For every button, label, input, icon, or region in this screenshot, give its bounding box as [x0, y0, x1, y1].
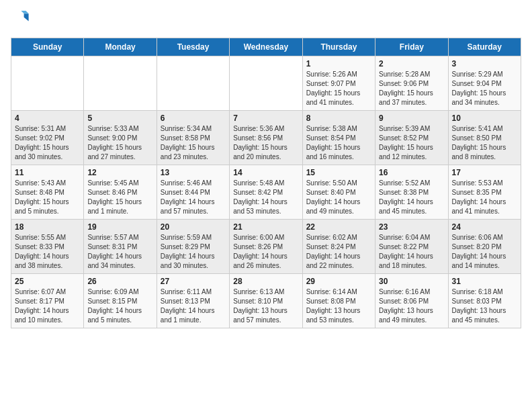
day-info: Sunrise: 5:31 AM Sunset: 9:02 PM Dayligh… [15, 124, 80, 162]
day-number: 14 [233, 168, 298, 177]
calendar-cell: 17Sunrise: 5:53 AM Sunset: 8:35 PM Dayli… [448, 165, 521, 220]
calendar-cell: 24Sunrise: 6:06 AM Sunset: 8:20 PM Dayli… [448, 220, 521, 274]
day-info: Sunrise: 5:53 AM Sunset: 8:35 PM Dayligh… [452, 179, 517, 216]
calendar-cell: 11Sunrise: 5:43 AM Sunset: 8:48 PM Dayli… [11, 165, 84, 220]
day-info: Sunrise: 5:43 AM Sunset: 8:48 PM Dayligh… [15, 179, 80, 216]
day-info: Sunrise: 5:45 AM Sunset: 8:46 PM Dayligh… [87, 179, 152, 216]
day-number: 11 [15, 168, 80, 177]
day-header-tuesday: Tuesday [157, 38, 229, 56]
calendar-cell: 13Sunrise: 5:46 AM Sunset: 8:44 PM Dayli… [157, 165, 229, 220]
day-info: Sunrise: 5:55 AM Sunset: 8:33 PM Dayligh… [15, 233, 80, 271]
calendar-cell: 5Sunrise: 5:33 AM Sunset: 9:00 PM Daylig… [84, 111, 157, 165]
day-info: Sunrise: 6:09 AM Sunset: 8:15 PM Dayligh… [87, 287, 152, 325]
day-info: Sunrise: 6:00 AM Sunset: 8:26 PM Dayligh… [233, 233, 298, 271]
day-info: Sunrise: 6:16 AM Sunset: 8:06 PM Dayligh… [379, 287, 444, 325]
svg-marker-1 [21, 11, 28, 13]
day-number: 17 [452, 168, 517, 177]
day-info: Sunrise: 5:46 AM Sunset: 8:44 PM Dayligh… [161, 179, 226, 216]
day-number: 18 [15, 222, 80, 232]
day-info: Sunrise: 6:13 AM Sunset: 8:10 PM Dayligh… [233, 287, 298, 325]
calendar-cell: 21Sunrise: 6:00 AM Sunset: 8:26 PM Dayli… [230, 220, 302, 274]
day-info: Sunrise: 5:52 AM Sunset: 8:38 PM Dayligh… [379, 179, 444, 216]
calendar-week-3: 11Sunrise: 5:43 AM Sunset: 8:48 PM Dayli… [11, 165, 521, 220]
calendar-week-1: 1Sunrise: 5:26 AM Sunset: 9:07 PM Daylig… [11, 56, 521, 111]
calendar-cell [84, 56, 157, 111]
day-number: 22 [306, 222, 371, 232]
day-info: Sunrise: 6:11 AM Sunset: 8:13 PM Dayligh… [161, 287, 226, 325]
day-number: 2 [379, 59, 444, 68]
calendar-week-4: 18Sunrise: 5:55 AM Sunset: 8:33 PM Dayli… [11, 220, 521, 274]
day-info: Sunrise: 6:14 AM Sunset: 8:08 PM Dayligh… [306, 287, 371, 325]
calendar-cell: 8Sunrise: 5:38 AM Sunset: 8:54 PM Daylig… [302, 111, 375, 165]
day-info: Sunrise: 6:04 AM Sunset: 8:22 PM Dayligh… [379, 233, 444, 271]
day-number: 8 [306, 113, 371, 123]
calendar-week-2: 4Sunrise: 5:31 AM Sunset: 9:02 PM Daylig… [11, 111, 521, 165]
day-number: 30 [379, 277, 444, 286]
calendar-cell: 15Sunrise: 5:50 AM Sunset: 8:40 PM Dayli… [302, 165, 375, 220]
logo [11, 11, 32, 30]
calendar-cell: 2Sunrise: 5:28 AM Sunset: 9:06 PM Daylig… [375, 56, 448, 111]
day-number: 13 [161, 168, 226, 177]
calendar-cell: 14Sunrise: 5:48 AM Sunset: 8:42 PM Dayli… [230, 165, 302, 220]
day-number: 20 [161, 222, 226, 232]
day-number: 27 [161, 277, 226, 286]
day-number: 19 [87, 222, 152, 232]
calendar-cell: 7Sunrise: 5:36 AM Sunset: 8:56 PM Daylig… [230, 111, 302, 165]
day-header-thursday: Thursday [302, 38, 375, 56]
calendar-cell: 9Sunrise: 5:39 AM Sunset: 8:52 PM Daylig… [375, 111, 448, 165]
day-number: 15 [306, 168, 371, 177]
day-header-monday: Monday [84, 38, 157, 56]
day-info: Sunrise: 5:48 AM Sunset: 8:42 PM Dayligh… [233, 179, 298, 216]
calendar-week-5: 25Sunrise: 6:07 AM Sunset: 8:17 PM Dayli… [11, 274, 521, 328]
calendar-cell: 23Sunrise: 6:04 AM Sunset: 8:22 PM Dayli… [375, 220, 448, 274]
calendar-cell: 10Sunrise: 5:41 AM Sunset: 8:50 PM Dayli… [448, 111, 521, 165]
calendar-cell: 20Sunrise: 5:59 AM Sunset: 8:29 PM Dayli… [157, 220, 229, 274]
day-info: Sunrise: 6:07 AM Sunset: 8:17 PM Dayligh… [15, 287, 80, 325]
calendar-cell: 26Sunrise: 6:09 AM Sunset: 8:15 PM Dayli… [84, 274, 157, 328]
day-info: Sunrise: 5:38 AM Sunset: 8:54 PM Dayligh… [306, 124, 371, 162]
day-header-wednesday: Wednesday [230, 38, 302, 56]
calendar-cell: 16Sunrise: 5:52 AM Sunset: 8:38 PM Dayli… [375, 165, 448, 220]
calendar-cell: 28Sunrise: 6:13 AM Sunset: 8:10 PM Dayli… [230, 274, 302, 328]
day-header-friday: Friday [375, 38, 448, 56]
day-number: 5 [87, 113, 152, 123]
day-info: Sunrise: 5:41 AM Sunset: 8:50 PM Dayligh… [452, 124, 517, 162]
day-number: 29 [306, 277, 371, 286]
day-info: Sunrise: 5:50 AM Sunset: 8:40 PM Dayligh… [306, 179, 371, 216]
day-info: Sunrise: 5:36 AM Sunset: 8:56 PM Dayligh… [233, 124, 298, 162]
day-number: 24 [452, 222, 517, 232]
day-number: 9 [379, 113, 444, 123]
day-number: 3 [452, 59, 517, 68]
calendar-cell: 12Sunrise: 5:45 AM Sunset: 8:46 PM Dayli… [84, 165, 157, 220]
calendar-cell: 1Sunrise: 5:26 AM Sunset: 9:07 PM Daylig… [302, 56, 375, 111]
logo-icon [11, 11, 30, 30]
day-number: 7 [233, 113, 298, 123]
calendar-header-row: SundayMondayTuesdayWednesdayThursdayFrid… [11, 38, 521, 56]
calendar-table: SundayMondayTuesdayWednesdayThursdayFrid… [11, 38, 521, 328]
day-number: 6 [161, 113, 226, 123]
day-number: 31 [452, 277, 517, 286]
day-header-saturday: Saturday [448, 38, 521, 56]
day-info: Sunrise: 6:02 AM Sunset: 8:24 PM Dayligh… [306, 233, 371, 271]
calendar-cell: 22Sunrise: 6:02 AM Sunset: 8:24 PM Dayli… [302, 220, 375, 274]
calendar-cell: 4Sunrise: 5:31 AM Sunset: 9:02 PM Daylig… [11, 111, 84, 165]
day-info: Sunrise: 6:06 AM Sunset: 8:20 PM Dayligh… [452, 233, 517, 271]
day-info: Sunrise: 5:28 AM Sunset: 9:06 PM Dayligh… [379, 70, 444, 107]
day-number: 25 [15, 277, 80, 286]
day-info: Sunrise: 5:34 AM Sunset: 8:58 PM Dayligh… [161, 124, 226, 162]
day-number: 1 [306, 59, 371, 68]
day-info: Sunrise: 5:26 AM Sunset: 9:07 PM Dayligh… [306, 70, 371, 107]
day-number: 16 [379, 168, 444, 177]
day-info: Sunrise: 5:29 AM Sunset: 9:04 PM Dayligh… [452, 70, 517, 107]
svg-marker-0 [24, 13, 29, 21]
day-info: Sunrise: 5:57 AM Sunset: 8:31 PM Dayligh… [87, 233, 152, 271]
day-header-sunday: Sunday [11, 38, 84, 56]
day-info: Sunrise: 5:39 AM Sunset: 8:52 PM Dayligh… [379, 124, 444, 162]
day-info: Sunrise: 5:33 AM Sunset: 9:00 PM Dayligh… [87, 124, 152, 162]
day-info: Sunrise: 6:18 AM Sunset: 8:03 PM Dayligh… [452, 287, 517, 325]
calendar-cell [230, 56, 302, 111]
day-number: 12 [87, 168, 152, 177]
calendar-cell: 27Sunrise: 6:11 AM Sunset: 8:13 PM Dayli… [157, 274, 229, 328]
calendar-cell: 6Sunrise: 5:34 AM Sunset: 8:58 PM Daylig… [157, 111, 229, 165]
calendar-cell: 31Sunrise: 6:18 AM Sunset: 8:03 PM Dayli… [448, 274, 521, 328]
